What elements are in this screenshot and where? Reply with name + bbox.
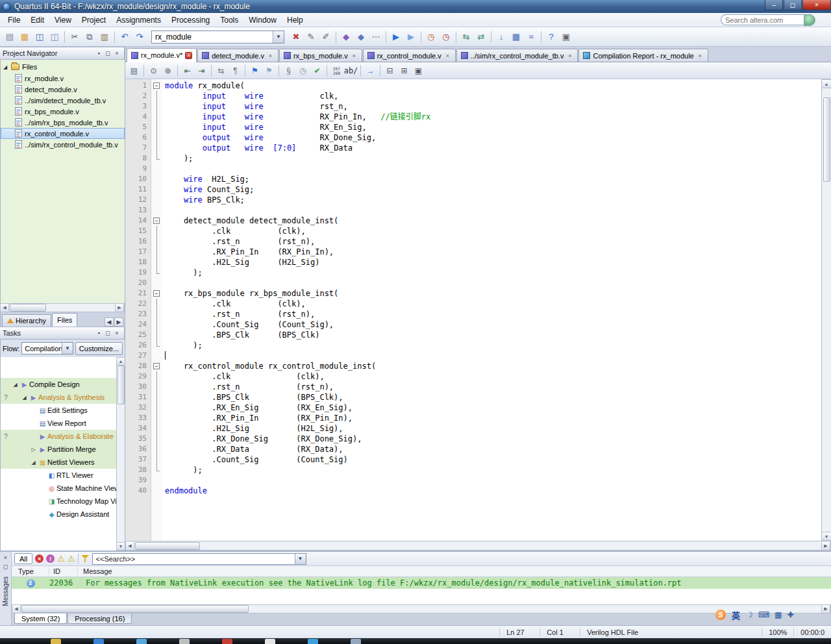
pin-planner-icon[interactable]: ✎ [304, 30, 318, 44]
code-line[interactable]: input wire rst_n, [165, 101, 821, 112]
tab-scroll-right-icon[interactable]: ▶ [114, 317, 123, 327]
device-icon[interactable]: ◆ [339, 30, 353, 44]
customize-button[interactable]: Customize... [75, 342, 123, 355]
code-line[interactable]: .clk (clk), [165, 299, 821, 309]
float-icon[interactable]: ◻ [103, 49, 112, 58]
close-button[interactable]: × [802, 0, 831, 10]
taskbar-app6-icon[interactable] [351, 639, 361, 644]
filter-critical-warnings-icon[interactable]: ! [46, 554, 55, 563]
task-item[interactable]: ▤View Report [1, 417, 116, 430]
filter-extra-info-icon[interactable]: ⚠ [68, 554, 75, 563]
menu-project[interactable]: Project [77, 14, 111, 26]
tab-files[interactable]: Files [52, 313, 77, 327]
code-line[interactable] [165, 475, 821, 486]
menu-tools[interactable]: Tools [215, 14, 243, 26]
full-screen-icon[interactable]: ▣ [412, 64, 425, 77]
messages-horizontal-scrollbar[interactable]: ◀ ▶ [12, 604, 831, 613]
code-line[interactable]: .Count_Sig (Count_Sig), [165, 319, 821, 330]
search-go-icon[interactable] [804, 14, 815, 26]
redo-icon[interactable]: ↷ [132, 30, 147, 44]
flow-dropdown[interactable]: Compilation ▼ [21, 342, 73, 354]
code-line[interactable]: output wire [7:0] RX_Data [165, 143, 821, 153]
task-item[interactable]: ?◢▶Analysis & Synthesis [1, 391, 116, 404]
taskbar-app3-icon[interactable] [222, 639, 232, 644]
code-line[interactable]: wire H2L_Sig; [165, 174, 821, 184]
scroll-thumb[interactable] [135, 542, 200, 550]
split-vertical-icon[interactable]: ⊞ [397, 64, 411, 77]
ime-clipboard-icon[interactable]: ▦ [775, 610, 782, 619]
code-line[interactable]: output wire RX_Done_Sig, [165, 132, 821, 143]
goto-icon[interactable]: → [364, 64, 377, 77]
scroll-right-icon[interactable]: ▶ [115, 304, 124, 312]
scroll-thumb[interactable] [823, 97, 830, 182]
taskbar-app2-icon[interactable] [179, 639, 190, 644]
assignment-editor-icon[interactable]: ✐ [319, 30, 333, 44]
close-tab-icon[interactable]: × [351, 52, 358, 59]
code-text-column[interactable]: module rx_module( input wire clk, input … [162, 79, 821, 541]
taskbar-app5-icon[interactable] [308, 639, 318, 644]
delay-annotate-icon[interactable]: ◷ [296, 64, 310, 77]
code-line[interactable]: .RX_Done_Sig (RX_Done_Sig), [165, 434, 821, 444]
code-area[interactable]: 1234567891011121314151617181920212223242… [125, 79, 821, 541]
menu-assignments[interactable]: Assignments [111, 14, 166, 26]
replace-icon[interactable]: ⊛ [161, 64, 175, 77]
tech-map-viewer-icon[interactable]: ⇄ [474, 30, 488, 44]
float-icon[interactable]: ◻ [103, 328, 112, 338]
code-line[interactable]: wire BPS_Clk; [165, 195, 821, 205]
cut-icon[interactable]: ✂ [68, 30, 82, 44]
scroll-down-icon[interactable]: ▼ [822, 532, 831, 541]
code-line[interactable]: .H2L_Sig (H2L_Sig) [165, 257, 821, 267]
paste-icon[interactable]: ▥ [97, 30, 112, 44]
collapsed-icon[interactable]: ▷ [29, 447, 38, 452]
split-horizontal-icon[interactable]: ⊟ [383, 64, 397, 77]
save-all-icon[interactable]: ◫ [47, 30, 62, 44]
scroll-thumb[interactable] [10, 304, 46, 312]
settings-icon[interactable]: ✖ [289, 30, 303, 44]
code-line[interactable]: input wire RX_Pin_In, //链接引脚rx [165, 112, 821, 122]
fold-toggle-icon[interactable]: − [153, 363, 160, 369]
close-tab-icon[interactable]: × [566, 52, 573, 59]
scroll-thumb[interactable] [118, 365, 125, 404]
messages-search-dropdown[interactable]: <<Search>> ▼ [92, 553, 306, 565]
editor-tab[interactable]: Compilation Report - rx_module× [578, 49, 708, 62]
files-horizontal-scrollbar[interactable]: ◀ ▶ [0, 303, 125, 312]
scroll-right-icon[interactable]: ▶ [821, 542, 830, 550]
code-line[interactable]: rx_bps_module rx_bps_module_inst( [165, 288, 821, 299]
code-line[interactable] [165, 351, 821, 361]
tasks-vertical-scrollbar[interactable]: ▲ ▼ [116, 357, 125, 551]
code-line[interactable]: ); [165, 340, 821, 351]
task-item[interactable]: ◆Design Assistant [1, 508, 116, 521]
tab-scroll-left-icon[interactable]: ◀ [105, 317, 114, 327]
code-line[interactable]: module rx_module( [165, 80, 821, 91]
scroll-left-icon[interactable]: ◀ [12, 605, 21, 613]
undo-icon[interactable]: ↶ [118, 30, 132, 44]
code-line[interactable]: .H2L_Sig (H2L_Sig), [165, 423, 821, 434]
whitespace-icon[interactable]: ¶ [229, 64, 242, 77]
code-line[interactable]: ); [165, 153, 821, 164]
open-file-icon[interactable]: ▦ [18, 30, 32, 44]
code-line[interactable]: .rst_n (rst_n), [165, 309, 821, 319]
timequest-icon[interactable]: ◷ [424, 30, 438, 44]
menu-edit[interactable]: Edit [25, 14, 49, 26]
editor-vertical-scrollbar[interactable]: ▲ ▼ [821, 79, 831, 541]
scroll-up-icon[interactable]: ▲ [117, 357, 125, 365]
close-tab-icon[interactable]: × [697, 52, 704, 59]
float-icon[interactable]: ◻ [1, 562, 10, 571]
increase-indent-icon[interactable]: ⇥ [195, 64, 208, 77]
code-line[interactable] [165, 205, 821, 216]
code-line[interactable]: ); [165, 465, 821, 475]
file-item[interactable]: rx_control_module.v [1, 128, 125, 139]
editor-tab[interactable]: ../sim/rx_control_module_tb.v× [456, 49, 578, 62]
task-item[interactable]: ◢▶Compile Design [1, 378, 116, 391]
taskbar-app1-icon[interactable] [136, 639, 147, 644]
comment-icon[interactable]: ab/ [344, 64, 358, 77]
programmer-icon[interactable]: ▦ [509, 30, 523, 44]
timing-analyzer-icon[interactable]: ◷ [439, 30, 453, 44]
copy-icon[interactable]: ⧉ [82, 30, 97, 44]
close-tab-icon[interactable]: × [267, 52, 274, 59]
scroll-left-icon[interactable]: ◀ [0, 304, 9, 312]
code-line[interactable]: .BPS_Clk (BPS_Clk) [165, 330, 821, 340]
close-tab-icon[interactable]: × [185, 52, 192, 59]
ime-language-indicator[interactable]: 英 [732, 609, 740, 621]
code-line[interactable]: .RX_Data (RX_Data), [165, 444, 821, 454]
